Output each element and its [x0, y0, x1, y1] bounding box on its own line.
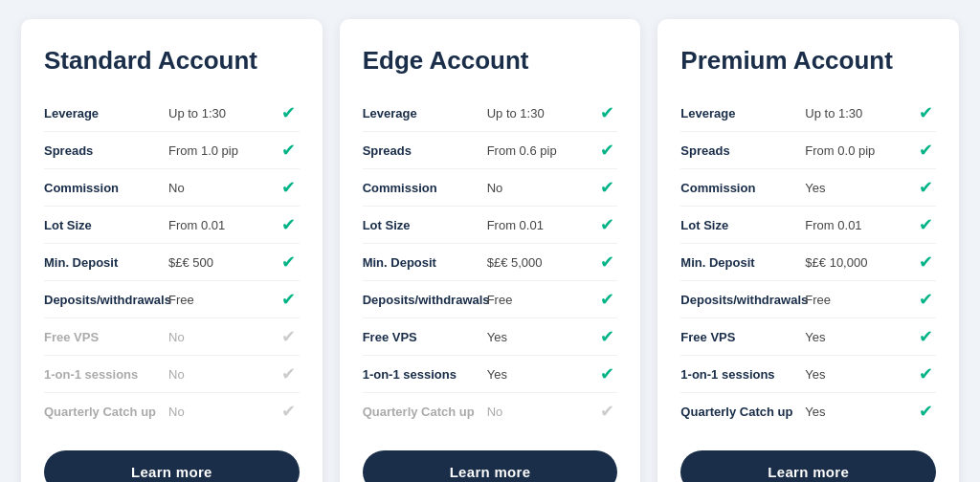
check-active-icon: ✔ [915, 102, 936, 123]
feature-row: CommissionNo✔ [363, 169, 618, 207]
check-active-icon: ✔ [596, 252, 617, 273]
feature-name: Quarterly Catch up [44, 405, 168, 419]
card-premium-learn-more-button[interactable]: Learn more [680, 450, 936, 482]
card-edge: Edge AccountLeverageUp to 1:30✔SpreadsFr… [340, 19, 641, 482]
feature-value: No [168, 181, 278, 195]
feature-value: Yes [487, 330, 597, 344]
check-active-icon: ✔ [278, 252, 300, 273]
feature-row: Lot SizeFrom 0.01✔ [44, 207, 300, 244]
feature-row: Min. Deposit$£€ 5,000✔ [363, 244, 618, 281]
feature-row: LeverageUp to 1:30✔ [680, 95, 936, 132]
feature-row: Quarterly Catch upNo✔ [44, 393, 300, 429]
feature-row: CommissionYes✔ [680, 169, 936, 207]
check-active-icon: ✔ [278, 102, 300, 123]
feature-name: Deposits/withdrawals [363, 293, 487, 307]
feature-value: $£€ 5,000 [487, 255, 597, 270]
check-active-icon: ✔ [915, 289, 936, 310]
feature-name: Min. Deposit [44, 255, 168, 270]
feature-row: 1-on-1 sessionsNo✔ [44, 356, 300, 393]
card-edge-learn-more-button[interactable]: Learn more [363, 450, 618, 482]
feature-row: Deposits/withdrawalsFree✔ [44, 281, 300, 318]
check-active-icon: ✔ [915, 363, 936, 384]
feature-name: Quarterly Catch up [363, 405, 487, 419]
check-active-icon: ✔ [915, 214, 936, 235]
feature-name: Spreads [44, 143, 168, 158]
feature-row: SpreadsFrom 0.6 pip✔ [363, 132, 618, 169]
feature-value: No [487, 181, 597, 195]
check-active-icon: ✔ [596, 102, 617, 123]
check-active-icon: ✔ [596, 326, 617, 347]
feature-value: Free [168, 293, 278, 307]
feature-name: Commission [363, 181, 487, 195]
feature-value: Yes [805, 367, 915, 382]
card-standard: Standard AccountLeverageUp to 1:30✔Sprea… [21, 19, 323, 482]
check-active-icon: ✔ [915, 177, 936, 198]
feature-name: 1-on-1 sessions [680, 367, 805, 382]
feature-row: Free VPSYes✔ [680, 318, 936, 356]
feature-value: Up to 1:30 [805, 106, 915, 120]
feature-value: Free [487, 293, 597, 307]
check-active-icon: ✔ [915, 401, 936, 422]
feature-row: Free VPSNo✔ [44, 318, 300, 356]
feature-row: LeverageUp to 1:30✔ [44, 95, 300, 132]
feature-name: Lot Size [363, 218, 487, 232]
feature-value: Free [805, 293, 915, 307]
check-active-icon: ✔ [278, 214, 300, 235]
feature-value: No [168, 405, 278, 419]
feature-name: Commission [44, 181, 168, 195]
feature-value: From 0.01 [805, 218, 915, 232]
feature-value: No [168, 330, 278, 344]
feature-row: SpreadsFrom 1.0 pip✔ [44, 132, 300, 169]
feature-row: Lot SizeFrom 0.01✔ [680, 207, 936, 244]
feature-name: Leverage [363, 106, 487, 120]
feature-name: Commission [680, 181, 805, 195]
feature-row: CommissionNo✔ [44, 169, 300, 207]
feature-row: 1-on-1 sessionsYes✔ [680, 356, 936, 393]
check-active-icon: ✔ [596, 289, 617, 310]
card-edge-title: Edge Account [363, 46, 618, 76]
check-inactive-icon: ✔ [278, 363, 300, 384]
feature-row: Free VPSYes✔ [363, 318, 618, 356]
feature-row: Deposits/withdrawalsFree✔ [363, 281, 618, 318]
feature-value: Yes [805, 330, 915, 344]
feature-value: From 0.01 [487, 218, 597, 232]
feature-row: Quarterly Catch upYes✔ [680, 393, 936, 429]
card-standard-features: LeverageUp to 1:30✔SpreadsFrom 1.0 pip✔C… [44, 95, 300, 429]
check-active-icon: ✔ [915, 140, 936, 161]
feature-name: Spreads [363, 143, 487, 158]
card-edge-features: LeverageUp to 1:30✔SpreadsFrom 0.6 pip✔C… [363, 95, 618, 429]
check-inactive-icon: ✔ [596, 401, 617, 422]
check-active-icon: ✔ [915, 326, 936, 347]
feature-name: 1-on-1 sessions [44, 367, 168, 382]
feature-name: Deposits/withdrawals [680, 293, 805, 307]
card-standard-learn-more-button[interactable]: Learn more [44, 450, 300, 482]
feature-row: LeverageUp to 1:30✔ [363, 95, 618, 132]
feature-name: 1-on-1 sessions [363, 367, 487, 382]
feature-value: Up to 1:30 [168, 106, 278, 120]
feature-row: Deposits/withdrawalsFree✔ [680, 281, 936, 318]
check-active-icon: ✔ [596, 214, 617, 235]
feature-value: From 0.0 pip [805, 143, 915, 158]
feature-name: Min. Deposit [363, 255, 487, 270]
feature-value: No [487, 405, 597, 419]
feature-name: Spreads [680, 143, 805, 158]
feature-name: Free VPS [44, 330, 168, 344]
check-active-icon: ✔ [278, 140, 300, 161]
feature-value: From 0.01 [168, 218, 278, 232]
feature-name: Quarterly Catch up [680, 405, 805, 419]
feature-name: Min. Deposit [680, 255, 805, 270]
feature-value: $£€ 500 [168, 255, 278, 270]
feature-row: 1-on-1 sessionsYes✔ [363, 356, 618, 393]
feature-value: No [168, 367, 278, 382]
feature-name: Leverage [44, 106, 168, 120]
feature-name: Free VPS [363, 330, 487, 344]
feature-value: $£€ 10,000 [805, 255, 915, 270]
feature-name: Leverage [680, 106, 805, 120]
check-inactive-icon: ✔ [278, 401, 300, 422]
feature-value: From 1.0 pip [168, 143, 278, 158]
feature-row: Min. Deposit$£€ 500✔ [44, 244, 300, 281]
feature-name: Free VPS [680, 330, 805, 344]
check-active-icon: ✔ [915, 252, 936, 273]
feature-value: Up to 1:30 [487, 106, 597, 120]
feature-name: Lot Size [44, 218, 168, 232]
